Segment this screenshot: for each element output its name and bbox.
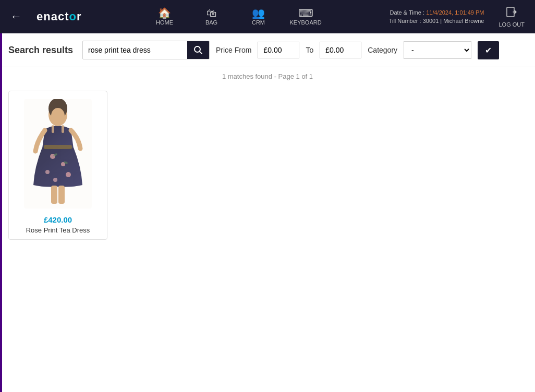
till-info: Till Number : 30001 | Michael Browne	[389, 17, 484, 26]
category-select[interactable]: - Dresses Tops Trousers Accessories	[404, 41, 471, 59]
keyboard-icon: ⌨	[298, 8, 313, 18]
search-input[interactable]	[83, 42, 187, 58]
product-image	[16, 96, 100, 211]
nav-bag-label: BAG	[205, 19, 217, 26]
price-from-input[interactable]	[258, 42, 299, 58]
search-results-label: Search results	[8, 45, 76, 56]
nav-home[interactable]: 🏠 HOME	[149, 8, 180, 26]
price-to-input[interactable]	[320, 42, 361, 58]
product-name: Rose Print Tea Dress	[26, 226, 90, 234]
search-button[interactable]	[187, 41, 209, 59]
navbar: ← enactor 🏠 HOME 🛍 BAG 👥 CRM ⌨ KEYBOARD …	[0, 0, 535, 33]
logout-button[interactable]: LOG OUT	[493, 6, 530, 28]
datetime-value: 11/4/2024, 1:01:49 PM	[426, 9, 484, 16]
price-to-label: To	[306, 46, 313, 54]
svg-rect-17	[24, 99, 92, 209]
nav-home-label: HOME	[156, 19, 173, 26]
search-input-wrap	[82, 41, 210, 59]
logout-icon	[506, 6, 517, 20]
product-grid: £420.00 Rose Print Tea Dress	[0, 85, 535, 245]
nav-keyboard[interactable]: ⌨ KEYBOARD	[290, 8, 322, 26]
nav-items: 🏠 HOME 🛍 BAG 👥 CRM ⌨ KEYBOARD	[91, 8, 380, 26]
product-price: £420.00	[44, 215, 72, 224]
crm-icon: 👥	[252, 8, 265, 18]
nav-keyboard-label: KEYBOARD	[290, 19, 322, 26]
filter-go-button[interactable]: ✔	[478, 41, 499, 59]
logout-label: LOG OUT	[498, 21, 525, 28]
nav-crm-label: CRM	[252, 19, 265, 26]
results-info: 1 matches found - Page 1 of 1	[0, 67, 535, 85]
price-from-label: Price From	[216, 46, 251, 54]
home-icon: 🏠	[158, 8, 171, 18]
left-bar-accent	[0, 33, 2, 392]
product-card[interactable]: £420.00 Rose Print Tea Dress	[8, 91, 107, 240]
datetime-info: Date & Time : 11/4/2024, 1:01:49 PM Till…	[380, 8, 494, 26]
back-button[interactable]: ←	[5, 10, 27, 23]
results-info-text: 1 matches found - Page 1 of 1	[222, 72, 313, 80]
bag-icon: 🛍	[206, 8, 217, 18]
logo-teal-o: o	[69, 10, 76, 23]
nav-bag[interactable]: 🛍 BAG	[196, 8, 227, 26]
datetime-prefix: Date & Time :	[390, 9, 426, 16]
nav-crm[interactable]: 👥 CRM	[243, 8, 274, 26]
category-label: Category	[368, 46, 397, 54]
logo: enactor	[27, 10, 91, 23]
search-bar: Search results Price From To Category - …	[0, 33, 535, 67]
